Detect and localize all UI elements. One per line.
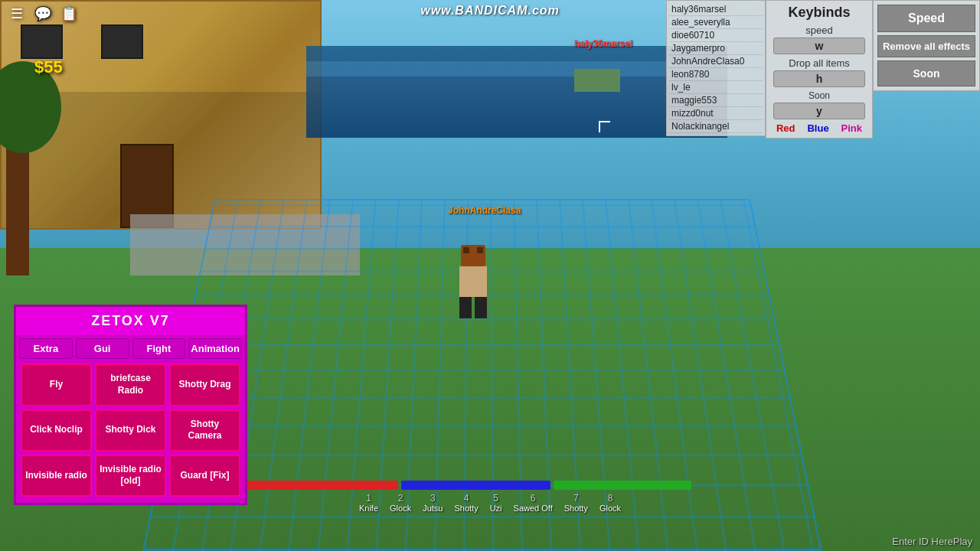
player-list-item: alee_severylla — [669, 16, 763, 29]
color-pink-button[interactable]: Pink — [841, 122, 862, 134]
color-blue-button[interactable]: Blue — [807, 122, 828, 134]
remove-effects-button[interactable]: Remove all effects — [877, 35, 975, 57]
health-bar — [245, 481, 398, 490]
hotbar: 1 Knife 2 Glock 3 Jutsu 4 Shotty 5 Uzi 6… — [359, 493, 621, 513]
keybinds-title: Keybinds — [770, 5, 868, 21]
hotbar-label-4: Shotty — [454, 504, 478, 513]
player-list-item: lv_le — [669, 81, 763, 94]
hotbar-num-8: 8 — [608, 493, 613, 504]
hotbar-label-2: Glock — [390, 504, 411, 513]
hotbar-slot-3: 3 Jutsu — [423, 493, 443, 513]
soon-label: Soon — [770, 90, 868, 101]
stat-bars — [245, 481, 704, 490]
hotbar-slot-1: 1 Knife — [359, 493, 378, 513]
player-list-item: dioe60710 — [669, 29, 763, 42]
btn-invisible-radio-old[interactable]: Invisible radio [old] — [95, 455, 166, 497]
player-list-item: mizzd0nut — [669, 107, 763, 120]
btn-briefcase-radio[interactable]: briefcase Radio — [95, 364, 166, 406]
hotbar-num-6: 6 — [531, 493, 536, 504]
keybinds-panel: Keybinds speed w Drop all items h Soon y… — [766, 0, 873, 139]
hotbar-num-2: 2 — [398, 493, 403, 504]
player-list-item: haly36marsel — [669, 3, 763, 16]
color-red-button[interactable]: Red — [776, 122, 795, 134]
btn-click-noclip[interactable]: Click Noclip — [21, 409, 92, 452]
hotbar-label-3: Jutsu — [423, 504, 443, 513]
water-reflection — [306, 61, 727, 77]
building-window — [101, 24, 143, 59]
btn-shotty-dick[interactable]: Shotty Dick — [95, 409, 166, 452]
player-list-item: JohnAndreClasa0 — [669, 55, 763, 68]
stamina-bar — [554, 481, 691, 490]
hotbar-slot-7: 7 Shotty — [564, 493, 588, 513]
player-list-panel: haly36marsel alee_severylla dioe60710 Ja… — [666, 0, 766, 136]
soon-key[interactable]: y — [773, 103, 865, 119]
speed-button[interactable]: Speed — [877, 5, 975, 32]
inventory-icon[interactable]: 📋 — [60, 5, 78, 23]
hotbar-slot-8: 8 Glock — [599, 493, 621, 513]
tab-extra[interactable]: Extra — [19, 338, 73, 359]
player-list-item: Jaygamerpro — [669, 42, 763, 55]
bench — [574, 69, 620, 92]
player-tag-haly: haly36marsel — [574, 38, 632, 49]
soon-button[interactable]: Soon — [877, 60, 975, 86]
tab-gui[interactable]: Gui — [76, 338, 129, 359]
hotbar-label-5: Uzi — [490, 504, 502, 513]
hotbar-slot-2: 2 Glock — [390, 493, 411, 513]
stat-bar-row — [245, 481, 704, 490]
hotbar-num-4: 4 — [464, 493, 469, 504]
hotbar-slot-6: 6 Sawed Off — [514, 493, 553, 513]
player-list-item: Nolackinangel — [669, 120, 763, 133]
money-display: $55 — [34, 57, 63, 77]
hotbar-label-8: Glock — [599, 504, 621, 513]
btn-fly[interactable]: Fly — [21, 364, 92, 406]
zetox-tabs: Extra Gui Fight Animation — [16, 338, 245, 359]
btn-shotty-drag[interactable]: Shotty Drag — [169, 364, 240, 406]
zetox-title: ZETOX V7 — [16, 307, 245, 335]
hotbar-num-1: 1 — [366, 493, 371, 504]
hotbar-label-7: Shotty — [564, 504, 588, 513]
bandicam-watermark: www.BANDICAM.com — [420, 4, 560, 18]
speed-label: speed — [770, 24, 868, 36]
hotbar-slot-5: 5 Uzi — [490, 493, 502, 513]
player-character — [459, 245, 487, 318]
building-window — [21, 24, 63, 59]
player-list-item: leon8780 — [669, 68, 763, 81]
tab-animation[interactable]: Animation — [188, 338, 242, 359]
hotbar-num-5: 5 — [493, 493, 498, 504]
hotbar-num-3: 3 — [430, 493, 436, 504]
player-list-item: maggie553 — [669, 94, 763, 107]
speed-panel: Speed Remove all effects Soon — [873, 0, 980, 91]
enter-id-text: Enter ID HerePlay — [892, 536, 972, 547]
player-tag-john: JohnAndreClasa — [448, 205, 521, 216]
menu-icon[interactable]: ☰ — [8, 5, 26, 23]
chat-icon[interactable]: 💬 — [34, 5, 52, 23]
drop-all-label: Drop all items — [770, 57, 868, 69]
hotbar-slot-4: 4 Shotty — [454, 493, 478, 513]
keybind-colors: Red Blue Pink — [770, 122, 868, 134]
btn-shotty-camera[interactable]: Shotty Camera — [169, 409, 240, 452]
drop-all-key[interactable]: h — [773, 70, 865, 87]
btn-invisible-radio[interactable]: Invisible radio — [21, 455, 92, 497]
mana-bar — [401, 481, 550, 490]
hotbar-label-6: Sawed Off — [514, 504, 553, 513]
hotbar-num-7: 7 — [573, 493, 579, 504]
waterway — [306, 46, 727, 138]
speed-key[interactable]: w — [773, 37, 865, 54]
btn-guard-fix[interactable]: Guard [Fix] — [169, 455, 240, 497]
zetox-panel: ZETOX V7 Extra Gui Fight Animation Fly b… — [14, 305, 247, 505]
hotbar-label-1: Knife — [359, 504, 378, 513]
tab-fight[interactable]: Fight — [132, 338, 186, 359]
zetox-button-grid: Fly briefcase Radio Shotty Drag Click No… — [16, 364, 245, 497]
